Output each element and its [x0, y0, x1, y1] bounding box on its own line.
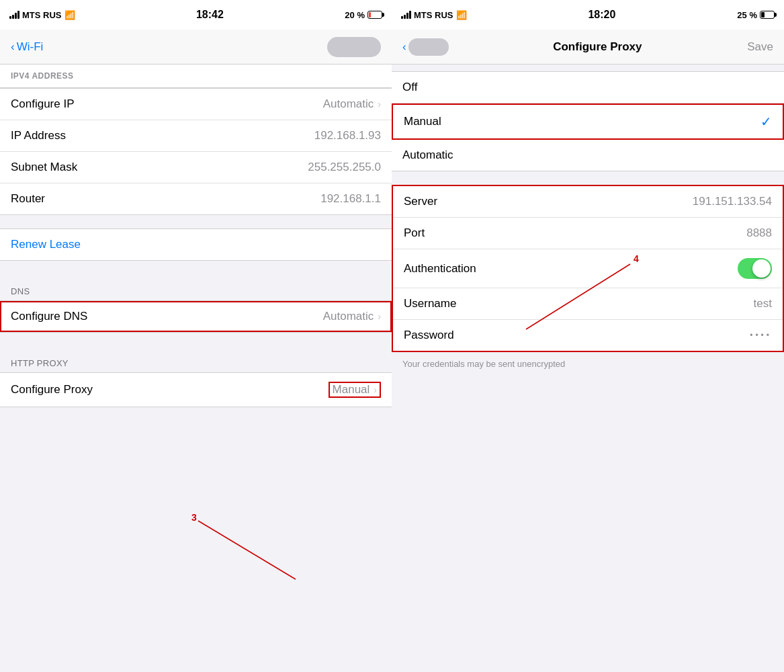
left-battery-fill — [369, 12, 371, 17]
password-label: Password — [404, 329, 454, 342]
configure-proxy-label: Configure Proxy — [11, 383, 93, 396]
proxy-option-off[interactable]: Off — [392, 72, 784, 103]
right-back-chevron: ‹ — [402, 40, 406, 54]
port-row[interactable]: Port 8888 — [393, 218, 783, 249]
password-value: •••• — [750, 331, 772, 340]
router-value: 192.168.1.1 — [320, 192, 381, 206]
right-time: 18:20 — [588, 9, 615, 21]
left-pill — [327, 37, 381, 57]
proxy-off-label: Off — [402, 81, 417, 94]
right-nav-title: Configure Proxy — [449, 40, 746, 54]
configure-ip-value: Automatic › — [323, 97, 381, 111]
proxy-option-manual[interactable]: Manual ✓ — [392, 103, 784, 140]
configure-proxy-value: Manual › — [329, 382, 381, 398]
left-ip-group: Configure IP Automatic › IP Address 192.… — [0, 88, 392, 215]
right-battery-icon — [760, 11, 775, 19]
proxy-options-group: Off Manual ✓ Automatic — [392, 71, 784, 171]
username-row[interactable]: Username test — [393, 288, 783, 320]
authentication-label: Authentication — [404, 262, 476, 276]
configure-proxy-row[interactable]: Configure Proxy Manual › — [0, 373, 392, 407]
proxy-manual-label: Manual — [404, 115, 441, 128]
left-battery-icon — [367, 11, 382, 19]
server-label: Server — [404, 195, 437, 208]
right-status-bar: MTS RUS 📶 18:20 25 % — [392, 0, 784, 30]
ip-address-label: IP Address — [11, 129, 66, 142]
ip-address-value: 192.168.1.93 — [314, 129, 381, 142]
subnet-mask-value: 255.255.255.0 — [308, 161, 381, 174]
credentials-warning: Your credentials may be sent unencrypted — [392, 352, 784, 376]
configure-dns-value: Automatic › — [323, 310, 381, 323]
right-status-right: 25 % — [737, 10, 775, 20]
right-save-button[interactable]: Save — [746, 40, 773, 54]
left-spacer-1 — [0, 215, 392, 228]
router-label: Router — [11, 192, 45, 206]
proxy-settings-group: Server 191.151.133.54 Port 8888 Authenti… — [392, 185, 784, 352]
dns-section-header: DNS — [0, 274, 392, 300]
right-battery-pct: 25 % — [737, 10, 757, 20]
proxy-manual-checkmark: ✓ — [760, 114, 772, 130]
subnet-mask-row: Subnet Mask 255.255.255.0 — [0, 152, 392, 183]
left-carrier: MTS RUS — [22, 10, 62, 20]
right-pill — [408, 38, 449, 56]
authentication-toggle[interactable] — [738, 258, 772, 279]
right-battery-fill — [761, 12, 765, 17]
http-proxy-group: Configure Proxy Manual › — [0, 372, 392, 407]
configure-ip-row[interactable]: Configure IP Automatic › — [0, 89, 392, 120]
username-value: test — [754, 297, 772, 310]
port-value: 8888 — [746, 226, 772, 240]
left-nav-bar: ‹ Wi-Fi — [0, 30, 392, 65]
subnet-mask-label: Subnet Mask — [11, 161, 77, 174]
right-signal-bars — [401, 11, 411, 19]
dns-group: Configure DNS Automatic › — [0, 300, 392, 333]
proxy-option-automatic[interactable]: Automatic — [392, 140, 784, 171]
router-row: Router 192.168.1.1 — [0, 183, 392, 214]
right-carrier: MTS RUS — [414, 10, 453, 20]
right-spacer-mid — [392, 171, 784, 185]
left-back-chevron: ‹ — [11, 40, 15, 54]
left-battery-pct: 20 % — [345, 10, 365, 20]
password-row[interactable]: Password •••• — [393, 320, 783, 351]
configure-ip-label: Configure IP — [11, 97, 75, 111]
right-back-button[interactable]: ‹ — [402, 38, 449, 56]
left-spacer-3 — [0, 333, 392, 346]
left-status-left: MTS RUS 📶 — [9, 10, 75, 20]
left-back-label: Wi-Fi — [17, 40, 44, 54]
port-label: Port — [404, 226, 425, 240]
left-spacer-4 — [0, 407, 392, 421]
configure-dns-label: Configure DNS — [11, 310, 87, 323]
left-status-bar: MTS RUS 📶 18:42 20 % — [0, 0, 392, 30]
right-status-left: MTS RUS 📶 — [401, 10, 467, 20]
server-value: 191.151.133.54 — [693, 195, 772, 208]
left-truncated-header: IPv4 ADDRESS — [0, 65, 392, 88]
configure-dns-chevron: › — [378, 311, 381, 322]
server-row[interactable]: Server 191.151.133.54 — [393, 186, 783, 218]
left-time: 18:42 — [196, 9, 224, 21]
proxy-automatic-label: Automatic — [402, 149, 453, 162]
authentication-row[interactable]: Authentication — [393, 249, 783, 288]
configure-ip-chevron: › — [378, 99, 381, 110]
configure-proxy-chevron: › — [374, 384, 377, 395]
left-signal-bars — [9, 11, 19, 19]
username-label: Username — [404, 297, 456, 310]
left-nav-right — [327, 37, 381, 57]
http-proxy-section-header: HTTP PROXY — [0, 346, 392, 372]
renew-lease-button[interactable]: Renew Lease — [0, 228, 392, 261]
left-spacer-2 — [0, 261, 392, 274]
right-spacer-top — [392, 65, 784, 71]
toggle-knob — [752, 259, 771, 278]
right-nav-bar: ‹ Configure Proxy Save — [392, 30, 784, 65]
left-wifi-icon: 📶 — [64, 10, 75, 20]
left-status-right: 20 % — [345, 10, 382, 20]
configure-dns-row[interactable]: Configure DNS Automatic › — [0, 301, 392, 332]
ip-address-row: IP Address 192.168.1.93 — [0, 120, 392, 152]
right-wifi-icon: 📶 — [456, 10, 467, 20]
left-back-button[interactable]: ‹ Wi-Fi — [11, 40, 43, 54]
